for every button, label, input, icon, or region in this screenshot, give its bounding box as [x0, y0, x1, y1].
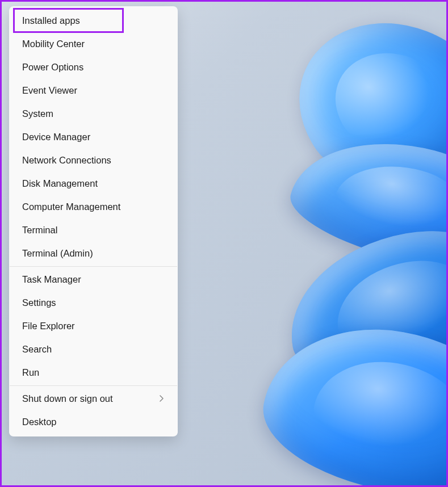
menu-item-label: Task Manager: [22, 274, 81, 285]
menu-item-label: Terminal: [22, 225, 57, 236]
menu-item-label: Device Manager: [22, 132, 90, 142]
menu-item-network-connections[interactable]: Network Connections: [11, 149, 176, 172]
menu-separator: [10, 385, 177, 386]
menu-item-label: Installed apps: [22, 15, 80, 26]
winx-context-menu: Installed apps Mobility Center Power Opt…: [9, 6, 178, 436]
chevron-right-icon: [159, 394, 165, 404]
menu-item-label: Shut down or sign out: [22, 393, 113, 404]
menu-item-label: File Explorer: [22, 321, 75, 331]
menu-item-device-manager[interactable]: Device Manager: [11, 125, 176, 149]
menu-item-label: Settings: [22, 297, 56, 308]
menu-item-label: Search: [22, 344, 52, 355]
menu-item-label: Network Connections: [22, 155, 111, 166]
menu-item-label: Disk Management: [22, 178, 98, 189]
menu-item-terminal[interactable]: Terminal: [11, 219, 176, 242]
menu-item-label: Mobility Center: [22, 39, 85, 49]
menu-item-label: System: [22, 108, 53, 119]
menu-item-label: Terminal (Admin): [22, 248, 93, 259]
menu-item-system[interactable]: System: [11, 102, 176, 125]
menu-item-power-options[interactable]: Power Options: [11, 56, 176, 79]
menu-item-search[interactable]: Search: [11, 338, 176, 361]
menu-item-label: Desktop: [22, 417, 57, 427]
wallpaper-bloom-graphic: [151, 30, 448, 456]
menu-item-terminal-admin[interactable]: Terminal (Admin): [11, 242, 176, 265]
menu-item-event-viewer[interactable]: Event Viewer: [11, 79, 176, 102]
menu-item-computer-management[interactable]: Computer Management: [11, 195, 176, 219]
menu-item-mobility-center[interactable]: Mobility Center: [11, 32, 176, 56]
menu-item-label: Run: [22, 367, 39, 378]
menu-item-disk-management[interactable]: Disk Management: [11, 172, 176, 195]
menu-item-desktop[interactable]: Desktop: [11, 410, 176, 434]
menu-item-label: Computer Management: [22, 201, 120, 212]
menu-item-settings[interactable]: Settings: [11, 291, 176, 314]
menu-item-label: Event Viewer: [22, 85, 77, 96]
menu-item-task-manager[interactable]: Task Manager: [11, 268, 176, 291]
menu-separator: [10, 266, 177, 267]
menu-item-installed-apps[interactable]: Installed apps: [11, 9, 176, 32]
menu-item-run[interactable]: Run: [11, 361, 176, 384]
menu-item-shutdown-signout[interactable]: Shut down or sign out: [11, 387, 176, 410]
menu-item-label: Power Options: [22, 62, 83, 73]
menu-item-file-explorer[interactable]: File Explorer: [11, 314, 176, 338]
